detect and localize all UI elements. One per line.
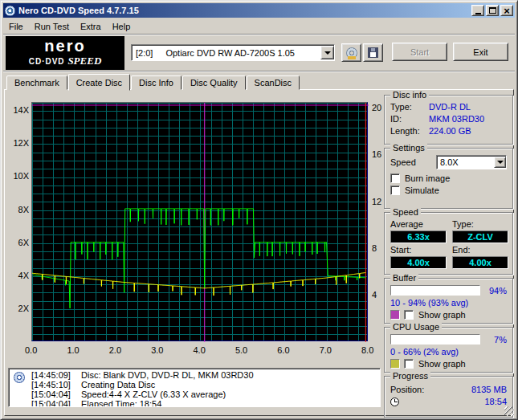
settings-panel: Settings Speed 8.0X Burn image Simulate (384, 148, 513, 209)
progress-title: Progress (390, 371, 430, 381)
tabstrip: Benchmark Create Disc Disc Info Disc Qua… (6, 73, 300, 90)
clock-icon (390, 398, 399, 406)
maximize-button[interactable] (486, 5, 499, 16)
close-button[interactable]: × (500, 5, 513, 16)
drive-name: Optiarc DVD RW AD-7200S 1.05 (165, 48, 295, 58)
average-label: Average (390, 219, 447, 229)
drive-select-arrow[interactable] (320, 46, 334, 59)
simulate-checkbox[interactable] (390, 186, 400, 195)
buffer-title: Buffer (390, 273, 418, 283)
chevron-down-icon (497, 161, 504, 164)
y-axis-left-tick: 14X (8, 105, 29, 115)
log-listbox[interactable]: [14:45:09] Disc: Blank DVD, DVD-R DL, MK… (8, 368, 381, 407)
disc-type-label: Type: (390, 102, 429, 112)
log-line[interactable]: [14:45:10] Creating Data Disc (12, 381, 378, 389)
disc-info-panel: Disc info Type:DVD-R DL ID:MKM 03RD30 Le… (384, 95, 513, 145)
write-speed-line (33, 209, 365, 308)
y-axis-left-tick: 2X (8, 304, 29, 313)
x-axis-tick: 4.0 (194, 345, 206, 355)
burn-image-checkbox[interactable] (390, 173, 400, 183)
rotation-speed-line (32, 273, 365, 296)
menubar: File Run Test Extra Help (3, 19, 515, 34)
tab-disc-quality[interactable]: Disc Quality (182, 75, 246, 90)
write-speed-value: 8.0X (440, 157, 459, 167)
type-label: Type: (452, 219, 508, 229)
chart-plot-area (31, 102, 368, 341)
nero-logo-cddvd: CD·DVD (29, 57, 65, 66)
progress-panel: Progress Position: 8135 MB 18:54 (384, 376, 513, 418)
settings-title: Settings (390, 143, 427, 153)
end-label: End: (452, 245, 508, 255)
tab-disc-info[interactable]: Disc Info (131, 75, 182, 90)
x-axis-tick: 0.0 (25, 345, 37, 355)
window-title: Nero CD-DVD Speed 4.7.7.15 (18, 6, 470, 15)
menu-file[interactable]: File (3, 20, 29, 33)
menu-extra[interactable]: Extra (75, 20, 107, 33)
log-time: [15:04:04] (31, 400, 81, 407)
disc-info-title: Disc info (390, 90, 429, 100)
nero-logo: nero CD·DVD SPEED (6, 36, 124, 70)
disc-length-value: 224.00 GB (429, 126, 471, 136)
buffer-show-graph-checkbox[interactable] (404, 310, 414, 320)
x-axis-tick: 1.0 (67, 345, 79, 355)
y-axis-right-tick: 16 (372, 149, 381, 159)
nero-logo-speed: SPEED (67, 55, 101, 67)
titlebar[interactable]: Nero CD-DVD Speed 4.7.7.15 × (3, 3, 515, 18)
minimize-button[interactable] (471, 5, 484, 16)
y-axis-left-tick: 8X (8, 205, 29, 214)
tab-scandisc[interactable]: ScanDisc (247, 75, 300, 90)
y-axis-right-tick: 20 (372, 103, 381, 112)
disc-hand-icon (346, 47, 357, 59)
cpu-color-swatch[interactable] (390, 359, 400, 369)
y-axis-left-tick: 4X (8, 271, 29, 280)
menu-help[interactable]: Help (107, 20, 137, 33)
tab-benchmark[interactable]: Benchmark (6, 75, 67, 90)
nero-logo-text: nero (6, 37, 124, 55)
log-time: [14:45:09] (31, 371, 81, 380)
log-line[interactable]: [15:04:04] Speed:4-4 X Z-CLV (6.33 X ave… (12, 390, 378, 399)
side-panels: Disc info Type:DVD-R DL ID:MKM 03RD30 Le… (384, 95, 513, 418)
y-axis-right-tick: 12 (372, 197, 381, 206)
cpu-show-graph-label: Show graph (418, 359, 466, 369)
exit-button[interactable]: Exit (453, 43, 508, 61)
buffer-progressbar (390, 285, 480, 296)
average-speed-display: 6.33x (390, 230, 447, 243)
write-speed-select[interactable]: 8.0X (436, 155, 507, 169)
log-time: [14:45:10] (31, 381, 81, 389)
maximize-icon (489, 7, 496, 14)
disc-length-label: Length: (390, 126, 429, 136)
log-disc-icon (14, 372, 25, 383)
resize-grip[interactable] (504, 406, 514, 416)
cpu-show-graph-checkbox[interactable] (404, 359, 414, 369)
start-label: Start: (390, 245, 447, 255)
disc-id-label: ID: (390, 114, 429, 124)
start-button[interactable]: Start (392, 43, 447, 61)
close-icon: × (504, 6, 510, 15)
log-line[interactable]: [14:45:09] Disc: Blank DVD, DVD-R DL, MK… (12, 371, 378, 380)
y-axis-left-tick: 10X (8, 171, 29, 181)
disc-type-value: DVD-R DL (429, 102, 471, 112)
load-disc-button[interactable] (341, 43, 361, 62)
write-speed-select-arrow[interactable] (494, 157, 506, 168)
disc-id-value: MKM 03RD30 (429, 114, 484, 124)
log-text: Disc: Blank DVD, DVD-R DL, MKM 03RD30 (81, 371, 254, 380)
save-button[interactable] (363, 43, 383, 62)
log-line[interactable]: [15:04:04] Elapsed Time: 18:54 (12, 400, 378, 407)
start-speed-display: 4.00x (390, 256, 447, 269)
x-axis-tick: 7.0 (320, 345, 332, 355)
create-disc-tabpage: 14X12X10X8X6X4X2X201612840.01.02.03.04.0… (4, 89, 514, 416)
elapsed-time-value: 18:54 (484, 397, 507, 406)
speed-panel: Speed Average Type: 6.33x Z-CLV Start: E… (384, 212, 513, 275)
menu-run-test[interactable]: Run Test (29, 20, 75, 33)
position-value: 8135 MB (471, 385, 507, 394)
drive-select[interactable]: [2:0] Optiarc DVD RW AD-7200S 1.05 (131, 44, 335, 61)
cpu-percent: 7% (494, 335, 507, 345)
write-speed-label: Speed (390, 157, 416, 167)
cpu-range: 0 - 66% (2% avg) (390, 347, 459, 357)
log-text: Elapsed Time: 18:54 (81, 400, 161, 407)
x-axis-tick: 2.0 (109, 345, 121, 355)
log-text: Creating Data Disc (81, 381, 155, 389)
buffer-color-swatch[interactable] (390, 310, 400, 320)
tab-create-disc[interactable]: Create Disc (68, 74, 130, 91)
burn-image-label: Burn image (405, 173, 450, 183)
